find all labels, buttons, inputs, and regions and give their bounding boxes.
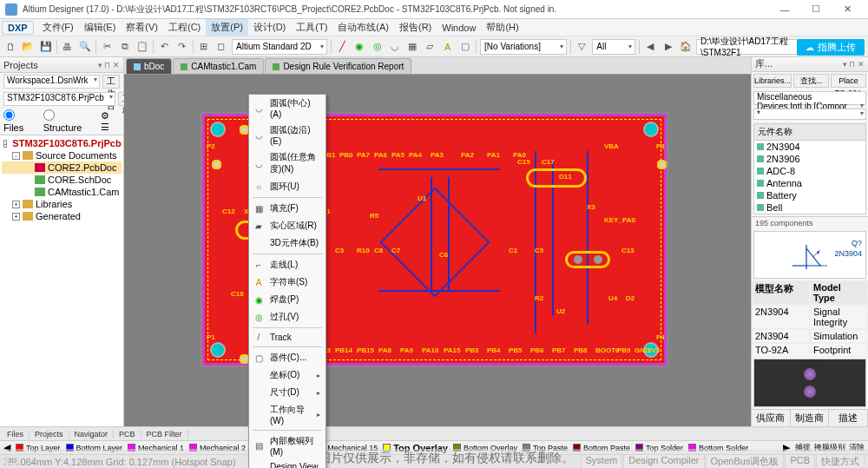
menu-察看(V)[interactable]: 察看(V) (121, 19, 163, 36)
new-icon[interactable]: 🗋 (3, 39, 17, 55)
menu-item[interactable]: 工作向导(W)▸ (249, 401, 326, 428)
arc-icon[interactable]: ◡ (388, 39, 402, 55)
pad-icon[interactable]: ◉ (352, 39, 366, 55)
text-icon[interactable]: A (441, 39, 455, 55)
menu-帮助(H)[interactable]: 帮助(H) (481, 19, 523, 36)
doc-tab[interactable]: CAMtastic1.Cam (173, 58, 264, 74)
tree-item[interactable]: CAMtastic1.Cam (2, 186, 122, 198)
search-btn[interactable]: 查找... (793, 74, 829, 88)
libraries-btn[interactable]: Libraries... (753, 74, 792, 88)
open-icon[interactable]: 📂 (21, 39, 35, 55)
menu-item[interactable]: ◡圆弧(边沿)(E) (249, 122, 326, 148)
panel-tab[interactable]: Files (2, 430, 30, 438)
view-mode-combo[interactable]: Altium Standard 2D (232, 39, 327, 55)
print-icon[interactable]: 🖶 (61, 39, 75, 55)
menu-item[interactable]: ◡圆弧(中心)(A) (249, 95, 326, 122)
filter-combo[interactable]: All (592, 39, 635, 55)
fill-icon[interactable]: ▦ (405, 39, 419, 55)
nav-fwd-icon[interactable]: ▶ (661, 39, 674, 55)
structure-radio[interactable]: Structure (43, 109, 94, 133)
variations-combo[interactable]: [No Variations] (480, 39, 567, 55)
panel-menu-icon[interactable]: ▾ ⊓ ✕ (98, 61, 120, 69)
doc-tab[interactable]: Design Rule Verification Report (265, 58, 411, 74)
upload-button[interactable]: ☁ 指腾上传 (797, 39, 865, 56)
menu-item[interactable]: ◉焊盘(P) (249, 291, 326, 308)
component-item[interactable]: 2N3906 (754, 153, 865, 165)
tree-item[interactable]: -Source Documents (2, 149, 122, 161)
paste-icon[interactable]: 📋 (135, 39, 149, 55)
menu-编辑(E)[interactable]: 编辑(E) (79, 19, 122, 36)
minimize-button[interactable]: — (769, 1, 800, 18)
menu-item[interactable]: ▰实心区域(R) (249, 217, 326, 234)
nav-back-icon[interactable]: ◀ (643, 39, 657, 55)
menu-Window[interactable]: Window (437, 21, 481, 35)
menu-工程(C)[interactable]: 工程(C) (163, 19, 206, 36)
info-tab[interactable]: 制造商 (791, 410, 830, 426)
close-button[interactable]: ✕ (832, 1, 863, 18)
save-icon[interactable]: 💾 (39, 39, 53, 55)
copy-icon[interactable]: ⧉ (118, 39, 132, 55)
component-item[interactable]: 2N3904 (754, 141, 865, 153)
filter-icon[interactable]: ▽ (575, 39, 589, 55)
menu-item[interactable]: 尺寸(D)▸ (249, 384, 326, 401)
place-menu-dropdown[interactable]: ◡圆弧(中心)(A)◡圆弧(边沿)(E)◡圆弧(任意角度)(N)○圆环(U)▦填… (248, 94, 326, 468)
place-btn[interactable]: Place TO-92A (831, 74, 866, 88)
home-icon[interactable]: 🏠 (679, 39, 693, 55)
menu-DXP[interactable]: DXP (2, 21, 34, 35)
panel-tab[interactable]: PCB Filter (141, 430, 188, 438)
tree-item[interactable]: +Generated (2, 210, 122, 222)
tree-item[interactable]: CORE.SchDoc (2, 174, 122, 186)
component-item[interactable]: Bell (754, 201, 865, 214)
cut-icon[interactable]: ✂ (100, 39, 114, 55)
component-item[interactable]: Battery (754, 189, 865, 201)
tree-opts-icon[interactable]: ⚙ ☰ (101, 110, 120, 133)
maximize-button[interactable]: ☐ (800, 1, 832, 18)
menu-item[interactable]: 3D元件体(B) (249, 234, 326, 252)
info-tabs[interactable]: 供应商制造商描述 (752, 409, 868, 426)
workspace-button[interactable]: 工作台 (102, 75, 120, 89)
menu-工具(T)[interactable]: 工具(T) (291, 19, 332, 36)
zoom-sel-icon[interactable]: ◻ (214, 39, 228, 55)
zoom-fit-icon[interactable]: ⊞ (196, 39, 210, 55)
files-radio[interactable]: Files (3, 109, 36, 133)
menu-放置(P)[interactable]: 放置(P) (206, 19, 248, 36)
left-bottom-tabs[interactable]: FilesProjectsNavigatorPCBPCB Filter (0, 426, 868, 440)
menu-item[interactable]: /Track (249, 330, 326, 345)
preview-icon[interactable]: 🔍 (78, 39, 92, 55)
menu-item[interactable]: ○圆环(U) (249, 178, 326, 195)
menu-自动布线(A)[interactable]: 自动布线(A) (332, 19, 394, 36)
menu-item[interactable]: ◡圆弧(任意角度)(N) (249, 148, 326, 178)
component-item[interactable]: ADC-8 (754, 165, 865, 177)
doc-tab[interactable]: bDoc (126, 58, 172, 74)
via-icon[interactable]: ◎ (370, 39, 384, 55)
pcb-canvas[interactable]: P2P1P3P4GNDPB11PB10PB2PB1PB0PA7PA6PA5PA4… (124, 75, 751, 426)
panel-tab[interactable]: Navigator (69, 430, 115, 438)
panel-tab[interactable]: Projects (30, 430, 69, 438)
info-tab[interactable]: 描述 (829, 410, 868, 426)
redo-icon[interactable]: ↷ (174, 39, 188, 55)
project-combo[interactable]: STM32F103C8T6.PrjPcb (3, 92, 115, 106)
tree-item[interactable]: -STM32F103C8T6.PrjPcb * (2, 137, 122, 149)
menu-item[interactable]: Design View (249, 459, 326, 468)
undo-icon[interactable]: ↶ (157, 39, 171, 55)
project-tree[interactable]: -STM32F103C8T6.PrjPcb *-Source Documents… (0, 135, 123, 426)
filter-field[interactable]: * (753, 109, 866, 120)
workspace-combo[interactable]: Workspace1.DsnWrk (3, 75, 100, 89)
tree-item[interactable]: +Libraries (2, 198, 122, 210)
component-list[interactable]: 元件名称 2N39042N3906ADC-8AntennaBatteryBell (753, 123, 866, 214)
library-combo[interactable]: Miscellaneous Devices.IntLib [Compor (753, 91, 866, 105)
menu-item[interactable]: A字符串(S) (249, 274, 326, 291)
menu-item[interactable]: ▦填充(F) (249, 200, 326, 217)
info-tab[interactable]: 供应商 (752, 410, 791, 426)
panel-tab[interactable]: PCB (114, 430, 141, 438)
poly-icon[interactable]: ▱ (423, 39, 437, 55)
menu-item[interactable]: ▢器件(C)... (249, 349, 326, 366)
comp-icon[interactable]: ▢ (458, 39, 472, 55)
menu-设计(D)[interactable]: 设计(D) (248, 19, 291, 36)
menu-item[interactable]: ⌐走线(L) (249, 256, 326, 274)
track-icon[interactable]: ╱ (335, 39, 349, 55)
tree-item[interactable]: CORE2.PcbDoc (2, 161, 122, 174)
component-item[interactable]: Antenna (754, 177, 865, 189)
menu-item[interactable]: ◎过孔(V) (249, 308, 326, 326)
menu-报告(R)[interactable]: 报告(R) (394, 19, 437, 36)
